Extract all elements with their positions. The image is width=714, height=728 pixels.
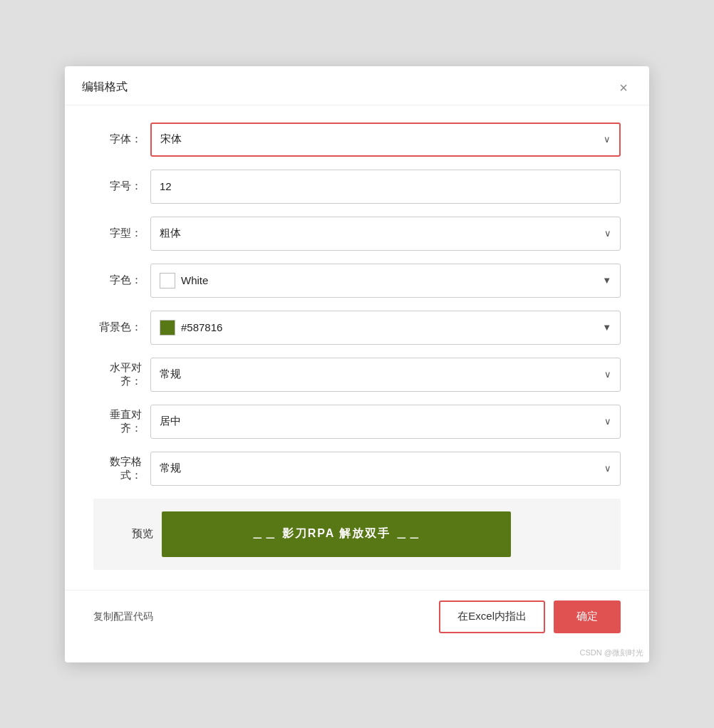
size-row: 字号： 12 bbox=[93, 170, 621, 204]
numfmt-value: 常规 bbox=[160, 462, 599, 475]
size-label: 字号： bbox=[93, 180, 150, 193]
halign-dropdown[interactable]: 常规 ∨ bbox=[150, 358, 621, 392]
close-button[interactable]: × bbox=[615, 79, 632, 96]
bgcolor-value: #587816 bbox=[181, 321, 596, 333]
bgcolor-swatch bbox=[160, 320, 175, 336]
valign-value: 居中 bbox=[160, 415, 599, 428]
chevron-down-icon: ∨ bbox=[604, 463, 611, 474]
dialog-footer: 复制配置代码 在Excel内指出 确定 bbox=[65, 590, 649, 648]
halign-row: 水平对齐： 常规 ∨ bbox=[93, 358, 621, 392]
watermark: CSDN @微刻时光 bbox=[65, 648, 649, 662]
excel-button[interactable]: 在Excel内指出 bbox=[439, 600, 545, 633]
dialog-header: 编辑格式 × bbox=[65, 66, 649, 105]
chevron-down-icon: ∨ bbox=[604, 416, 611, 427]
numfmt-label: 数字格式： bbox=[93, 455, 150, 482]
footer-buttons: 在Excel内指出 确定 bbox=[439, 600, 621, 633]
copy-config-button[interactable]: 复制配置代码 bbox=[93, 610, 153, 623]
valign-row: 垂直对齐： 居中 ∨ bbox=[93, 405, 621, 439]
style-label: 字型： bbox=[93, 227, 150, 240]
valign-label: 垂直对齐： bbox=[93, 408, 150, 435]
dialog-body: 字体： 宋体 ∨ 字号： 12 字型： 粗体 ∨ 字色： bbox=[65, 105, 649, 590]
font-label: 字体： bbox=[93, 132, 150, 146]
chevron-down-icon: ▼ bbox=[602, 275, 611, 286]
color-dropdown[interactable]: White ▼ bbox=[150, 264, 621, 298]
dialog-title: 编辑格式 bbox=[82, 80, 128, 95]
chevron-down-icon: ∨ bbox=[604, 228, 611, 239]
valign-dropdown[interactable]: 居中 ∨ bbox=[150, 405, 621, 439]
color-swatch bbox=[160, 273, 175, 288]
halign-value: 常规 bbox=[160, 368, 599, 381]
confirm-button[interactable]: 确定 bbox=[554, 600, 621, 633]
chevron-down-icon: ∨ bbox=[604, 134, 611, 145]
size-input[interactable]: 12 bbox=[150, 170, 621, 204]
numfmt-row: 数字格式： 常规 ∨ bbox=[93, 452, 621, 486]
bgcolor-dropdown[interactable]: #587816 ▼ bbox=[150, 311, 621, 345]
style-row: 字型： 粗体 ∨ bbox=[93, 217, 621, 251]
font-row: 字体： 宋体 ∨ bbox=[93, 123, 621, 157]
color-value: White bbox=[181, 274, 596, 286]
chevron-down-icon: ∨ bbox=[604, 369, 611, 380]
bgcolor-row: 背景色： #587816 ▼ bbox=[93, 311, 621, 345]
style-dropdown[interactable]: 粗体 ∨ bbox=[150, 217, 621, 251]
halign-label: 水平对齐： bbox=[93, 361, 150, 388]
style-value: 粗体 bbox=[160, 227, 599, 240]
color-label: 字色： bbox=[93, 274, 150, 287]
font-value: 宋体 bbox=[160, 132, 598, 146]
edit-format-dialog: 编辑格式 × 字体： 宋体 ∨ 字号： 12 字型： 粗体 ∨ bbox=[65, 66, 649, 662]
chevron-down-icon: ▼ bbox=[602, 322, 611, 333]
preview-box: ＿＿ 影刀RPA 解放双手 ＿＿ bbox=[162, 511, 511, 557]
preview-row: 预览 ＿＿ 影刀RPA 解放双手 ＿＿ bbox=[93, 499, 621, 570]
bgcolor-label: 背景色： bbox=[93, 321, 150, 334]
size-value: 12 bbox=[160, 180, 611, 192]
color-row: 字色： White ▼ bbox=[93, 264, 621, 298]
preview-label: 预览 bbox=[105, 527, 162, 541]
numfmt-dropdown[interactable]: 常规 ∨ bbox=[150, 452, 621, 486]
font-dropdown[interactable]: 宋体 ∨ bbox=[150, 123, 621, 157]
preview-text: ＿＿ 影刀RPA 解放双手 ＿＿ bbox=[252, 526, 420, 541]
